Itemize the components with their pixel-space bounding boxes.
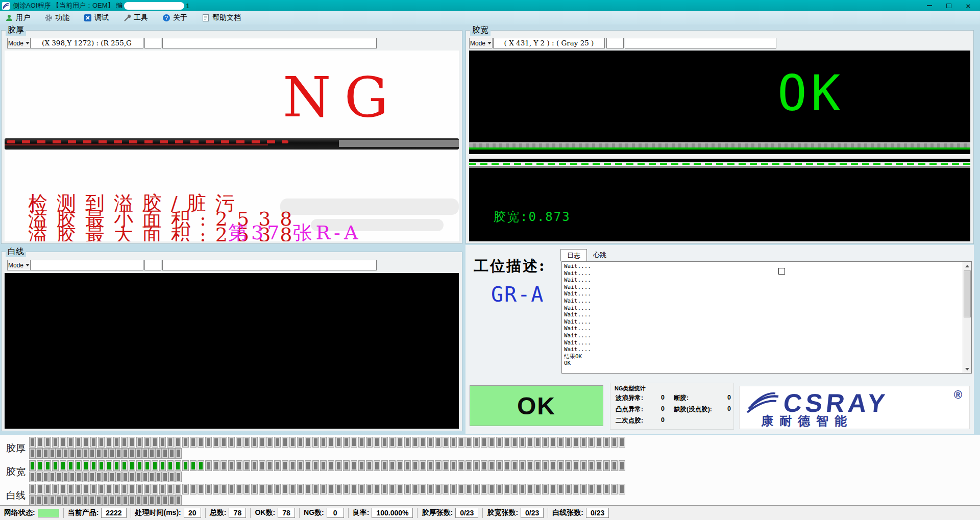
- ng-stats-column: 波浪异常:0凸点异常:0二次点胶:0: [616, 394, 665, 425]
- tracker-cell: [512, 484, 518, 494]
- tracker-cell: [176, 496, 181, 505]
- tracker-cell: [142, 449, 148, 458]
- small-field[interactable]: [606, 38, 624, 48]
- mode-dropdown[interactable]: Mode: [7, 260, 31, 270]
- station-description-value: GR-A: [491, 283, 544, 306]
- wide-field[interactable]: [625, 38, 776, 48]
- tracker-cell: [520, 437, 525, 447]
- tracker-cell: [236, 484, 242, 494]
- tracker-cell: [103, 496, 108, 505]
- log-lines: Wait....Wait....Wait....Wait....Wait....…: [564, 263, 961, 372]
- tracker-cell: [596, 461, 602, 471]
- tracker-cell: [474, 437, 479, 447]
- wide-field[interactable]: [162, 38, 377, 48]
- result-text-ok: OK: [777, 69, 845, 118]
- small-field[interactable]: [144, 38, 161, 48]
- log-line: Wait....: [564, 339, 961, 346]
- tracker-cell: [466, 437, 472, 447]
- tracker-cell: [504, 484, 510, 494]
- mode-label: Mode: [8, 262, 23, 269]
- tracker-cell: [36, 472, 42, 482]
- maximize-button[interactable]: [941, 1, 957, 10]
- user-icon: [5, 14, 13, 22]
- maximize-icon: [946, 4, 951, 8]
- log-panel[interactable]: Wait....Wait....Wait....Wait....Wait....…: [561, 261, 972, 374]
- scroll-up-icon[interactable]: [963, 262, 971, 270]
- pixel-coord-readout: [30, 260, 143, 270]
- tracker-cell: [183, 461, 188, 471]
- menu-item-label: 关于: [173, 13, 187, 22]
- tracker-cell: [290, 461, 296, 471]
- menu-item-about[interactable]: ? 关于: [162, 13, 187, 22]
- menu-item-help-doc[interactable]: 帮助文档: [202, 13, 241, 22]
- statusbar-item: 总数:78: [210, 508, 247, 518]
- tracker-cell: [535, 461, 541, 471]
- ng-stat-row: 波浪异常:0: [616, 394, 665, 403]
- tracker-cell: [63, 472, 68, 482]
- tracker-cell: [558, 461, 564, 471]
- tracker-cell: [527, 437, 533, 447]
- tracker-cell: [37, 484, 43, 494]
- tracker-cell: [313, 437, 318, 447]
- tracker-cell: [351, 461, 357, 471]
- overall-result-button[interactable]: OK: [470, 385, 603, 426]
- scroll-down-icon[interactable]: [963, 365, 971, 373]
- tracker-cell: [137, 437, 142, 447]
- tracker-cell: [162, 496, 168, 505]
- tracker-cell: [489, 461, 495, 471]
- tracker-cell: [121, 484, 127, 494]
- log-scrollbar[interactable]: [963, 262, 971, 373]
- tracker-cell: [167, 437, 173, 447]
- tracker-cell: [91, 484, 96, 494]
- tracker-cell: [236, 437, 242, 447]
- menu-item-debug[interactable]: 调试: [84, 13, 109, 22]
- statusbar-value: 78: [229, 508, 246, 518]
- menu-item-tools[interactable]: 工具: [123, 13, 148, 22]
- minimize-icon: [927, 5, 932, 6]
- glue-width-image[interactable]: OK 胶宽:0.873: [469, 51, 970, 241]
- tracker-cell: [156, 472, 161, 482]
- statusbar-item: 处理时间(ms):20: [135, 508, 201, 518]
- ng-stat-row: 二次点胶:0: [616, 416, 665, 425]
- small-field[interactable]: [144, 260, 161, 270]
- log-line: Wait....: [564, 325, 961, 332]
- wide-field[interactable]: [162, 260, 377, 270]
- tracker-cell: [213, 461, 219, 471]
- tracker-cell: [466, 461, 472, 471]
- tracker-cell: [106, 461, 112, 471]
- tab-heartbeat[interactable]: 心跳: [587, 249, 612, 261]
- log-checkbox[interactable]: [778, 268, 785, 275]
- statusbar-item: 胶厚张数:0/23: [422, 508, 478, 518]
- tracker-cell: [543, 461, 548, 471]
- tracker-cell: [558, 437, 564, 447]
- chevron-down-icon: [487, 42, 492, 44]
- statusbar-item: 当前产品:2222: [68, 508, 127, 518]
- tracker-cell: [550, 437, 556, 447]
- mode-dropdown[interactable]: Mode: [7, 38, 31, 48]
- tracker-cell: [298, 461, 303, 471]
- tracker-cell: [512, 437, 518, 447]
- tracker-cell: [382, 461, 387, 471]
- glue-thickness-image[interactable]: NG 检测到溢胶/脏污 溢胶最小面积:2538 溢胶最大面积:2538 第37 …: [5, 51, 459, 241]
- minimize-button[interactable]: [922, 1, 937, 10]
- tracker-label: 胶宽: [6, 465, 26, 479]
- tracker-cell: [535, 484, 541, 494]
- statusbar-divider: [417, 508, 418, 518]
- statusbar-item: 网络状态:: [4, 508, 59, 517]
- menu-item-user[interactable]: 用户: [5, 13, 30, 22]
- log-line: Wait....: [564, 284, 961, 291]
- tracker-cell: [68, 437, 74, 447]
- help-doc-icon: [202, 14, 210, 22]
- tracker-cell: [336, 484, 341, 494]
- mode-dropdown[interactable]: Mode: [469, 38, 493, 48]
- white-line-image[interactable]: [5, 273, 459, 429]
- menu-item-functions[interactable]: 功能: [44, 13, 69, 22]
- tracker-cell: [144, 461, 150, 471]
- close-button[interactable]: ×: [961, 1, 976, 10]
- tracker-cell: [109, 472, 115, 482]
- ng-stat-label: 二次点胶:: [616, 416, 643, 425]
- tracker-cell: [129, 496, 135, 505]
- scrollbar-thumb[interactable]: [964, 270, 971, 317]
- tracker-cell: [543, 484, 548, 494]
- tab-log[interactable]: 日志: [560, 249, 587, 261]
